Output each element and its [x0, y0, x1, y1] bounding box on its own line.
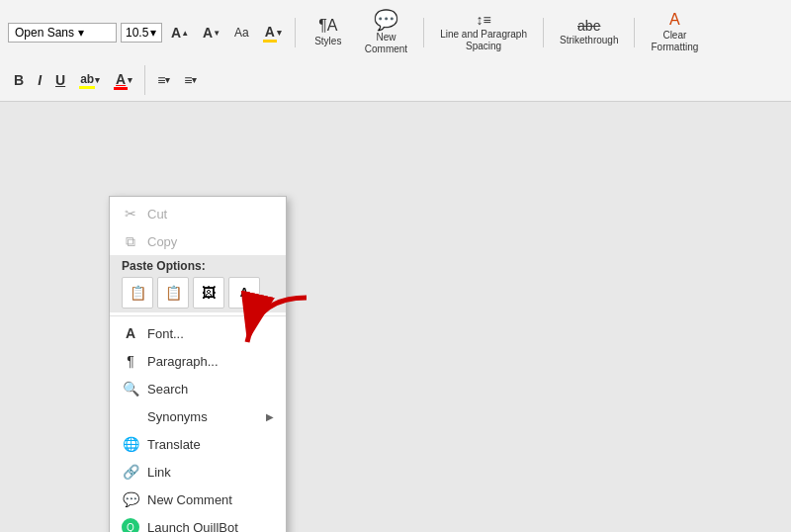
- link-label: Link: [147, 465, 274, 480]
- toolbar-row1: Open Sans ▾ 10.5 ▾ A▲ A▼ Aa A ▾: [8, 4, 783, 61]
- new-comment-icon: 💬: [122, 490, 139, 508]
- menu-divider1: [110, 315, 286, 316]
- cut-icon: ✂: [122, 205, 139, 222]
- cut-label: Cut: [147, 207, 274, 222]
- strikethrough-button[interactable]: abe Strikethrough: [552, 6, 626, 59]
- search-icon: 🔍: [122, 380, 139, 398]
- paste-options-label: Paste Options:: [122, 259, 274, 273]
- link-menu-item[interactable]: 🔗 Link: [110, 458, 286, 486]
- toolbar-divider4: [634, 18, 635, 47]
- numbering-button[interactable]: ≡ ▾: [178, 68, 203, 92]
- paste-text-only-btn[interactable]: A: [228, 277, 260, 309]
- toolbar-divider1: [295, 18, 296, 47]
- new-comment-menu-item[interactable]: 💬 New Comment: [110, 486, 286, 513]
- synonyms-arrow: ▶: [266, 411, 274, 422]
- font-dropdown-arrow[interactable]: ▾: [78, 26, 84, 40]
- new-comment-button[interactable]: 💬 New Comment: [357, 6, 415, 59]
- context-menu: ✂ Cut ⧉ Copy Paste Options: 📋 📋 🖼 A A Fo…: [109, 196, 287, 532]
- font-size-arrow[interactable]: ▾: [150, 26, 156, 40]
- synonyms-label: Synonyms: [147, 409, 258, 424]
- font-color-button[interactable]: A ▾: [258, 21, 287, 44]
- quillbot-icon: Q: [122, 518, 139, 532]
- synonyms-menu-item[interactable]: Synonyms ▶: [110, 402, 286, 430]
- highlight-button[interactable]: ab ▾: [73, 68, 106, 92]
- translate-menu-item[interactable]: 🌐 Translate: [110, 430, 286, 458]
- paste-merge-btn[interactable]: 📋: [157, 277, 189, 309]
- copy-menu-item[interactable]: ⧉ Copy: [110, 227, 286, 255]
- change-case-button[interactable]: Aa: [229, 21, 254, 44]
- font-size-value: 10.5: [126, 26, 148, 40]
- shrink-font-button[interactable]: A▼: [198, 21, 225, 44]
- toolbar-divider5: [144, 65, 145, 95]
- font-menu-item[interactable]: A Font...: [110, 319, 286, 347]
- font-color-bar: [263, 40, 277, 43]
- search-menu-item[interactable]: 🔍 Search: [110, 375, 286, 402]
- paragraph-icon: ¶: [122, 352, 139, 370]
- quillbot-menu-item[interactable]: Q Launch QuillBot: [110, 513, 286, 532]
- paragraph-menu-item[interactable]: ¶ Paragraph...: [110, 347, 286, 375]
- translate-label: Translate: [147, 437, 274, 452]
- line-spacing-button[interactable]: ↕≡ Line and Paragraph Spacing: [432, 6, 535, 59]
- link-icon: 🔗: [122, 463, 139, 481]
- font-color-dropdown[interactable]: ▾: [277, 28, 282, 38]
- paste-keep-source-btn[interactable]: 📋: [122, 277, 153, 309]
- quillbot-label: Launch QuillBot: [147, 520, 274, 533]
- font-label: Font...: [147, 326, 274, 341]
- clear-formatting-button[interactable]: A Clear Formatting: [643, 6, 706, 59]
- main-content-area: ✂ Cut ⧉ Copy Paste Options: 📋 📋 🖼 A A Fo…: [0, 102, 791, 532]
- underline-button[interactable]: U: [49, 68, 71, 92]
- copy-icon: ⧉: [122, 232, 139, 250]
- toolbar-row2: B I U ab ▾ A ▾ ≡: [8, 63, 783, 97]
- styles-button[interactable]: ¶A Styles: [304, 6, 353, 59]
- font-menu-icon: A: [122, 324, 139, 342]
- synonyms-icon: [122, 407, 139, 425]
- translate-icon: 🌐: [122, 435, 139, 453]
- search-label: Search: [147, 382, 274, 397]
- cut-menu-item[interactable]: ✂ Cut: [110, 200, 286, 227]
- font-size-selector[interactable]: 10.5 ▾: [121, 23, 162, 43]
- toolbar-divider3: [543, 18, 544, 47]
- font-color-a-button[interactable]: A ▾: [108, 68, 138, 92]
- paste-icons-row: 📋 📋 🖼 A: [122, 277, 274, 309]
- paste-options-section: Paste Options: 📋 📋 🖼 A: [110, 255, 286, 312]
- toolbar-divider2: [423, 18, 424, 47]
- paragraph-label: Paragraph...: [147, 354, 274, 369]
- italic-button[interactable]: I: [32, 68, 47, 92]
- paste-picture-btn[interactable]: 🖼: [193, 277, 224, 309]
- bold-button[interactable]: B: [8, 68, 30, 92]
- grow-font-button[interactable]: A▲: [166, 21, 194, 44]
- font-name: Open Sans: [15, 26, 74, 40]
- font-selector[interactable]: Open Sans ▾: [8, 23, 117, 43]
- bullets-button[interactable]: ≡ ▾: [151, 68, 176, 92]
- copy-label: Copy: [147, 234, 274, 249]
- new-comment-label: New Comment: [147, 492, 274, 507]
